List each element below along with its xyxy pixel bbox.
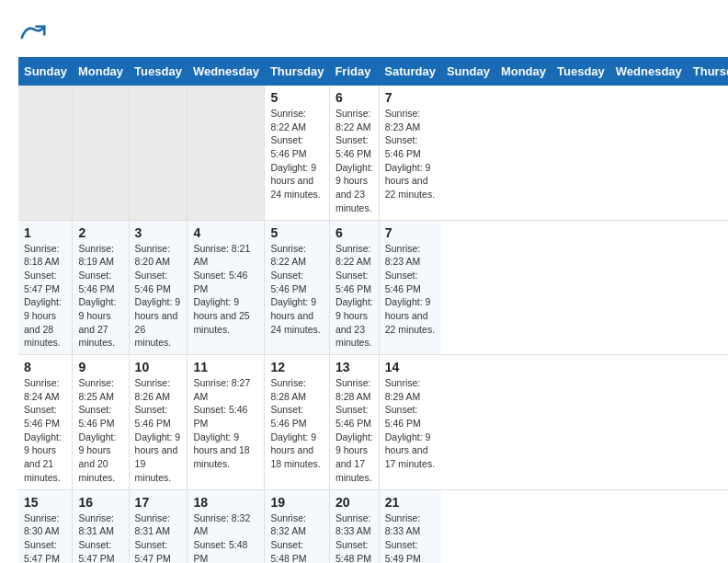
day-info: Sunrise: 8:20 AMSunset: 5:46 PMDaylight:…	[135, 242, 182, 350]
day-cell: 6Sunrise: 8:22 AMSunset: 5:46 PMDaylight…	[329, 86, 379, 220]
day-info: Sunrise: 8:29 AMSunset: 5:46 PMDaylight:…	[385, 376, 436, 471]
day-info: Sunrise: 8:25 AMSunset: 5:46 PMDaylight:…	[78, 376, 122, 485]
day-number: 13	[336, 360, 373, 374]
day-cell: 3Sunrise: 8:20 AMSunset: 5:46 PMDaylight…	[129, 220, 188, 355]
day-cell: 8Sunrise: 8:24 AMSunset: 5:46 PMDaylight…	[18, 355, 73, 490]
day-info: Sunrise: 8:24 AMSunset: 5:46 PMDaylight:…	[24, 376, 66, 485]
day-info: Sunrise: 8:22 AMSunset: 5:46 PMDaylight:…	[336, 107, 373, 215]
header-row: SundayMondayTuesdayWednesdayThursdayFrid…	[18, 57, 728, 86]
day-number: 16	[78, 495, 122, 510]
day-cell: 10Sunrise: 8:26 AMSunset: 5:46 PMDayligh…	[129, 355, 188, 490]
day-info: Sunrise: 8:32 AMSunset: 5:48 PMDaylight:…	[193, 511, 258, 564]
day-cell: 20Sunrise: 8:33 AMSunset: 5:48 PMDayligh…	[329, 489, 379, 563]
day-cell: 21Sunrise: 8:33 AMSunset: 5:49 PMDayligh…	[379, 489, 441, 563]
col-header-tuesday: Tuesday	[552, 57, 610, 86]
logo	[18, 18, 46, 48]
day-info: Sunrise: 8:28 AMSunset: 5:46 PMDaylight:…	[270, 376, 324, 471]
day-cell: 12Sunrise: 8:28 AMSunset: 5:46 PMDayligh…	[265, 355, 330, 490]
day-info: Sunrise: 8:31 AMSunset: 5:47 PMDaylight:…	[78, 511, 122, 564]
day-cell: 11Sunrise: 8:27 AMSunset: 5:46 PMDayligh…	[188, 355, 265, 490]
col-header-friday: Friday	[329, 57, 379, 86]
day-cell: 13Sunrise: 8:28 AMSunset: 5:46 PMDayligh…	[329, 355, 379, 490]
col-header-tuesday: Tuesday	[129, 57, 188, 86]
day-info: Sunrise: 8:30 AMSunset: 5:47 PMDaylight:…	[24, 511, 66, 564]
day-cell: 19Sunrise: 8:32 AMSunset: 5:48 PMDayligh…	[265, 489, 330, 563]
week-row-2: 1Sunrise: 8:18 AMSunset: 5:47 PMDaylight…	[18, 220, 728, 355]
col-header-monday: Monday	[73, 57, 129, 86]
day-info: Sunrise: 8:26 AMSunset: 5:46 PMDaylight:…	[135, 376, 182, 485]
day-cell: 16Sunrise: 8:31 AMSunset: 5:47 PMDayligh…	[73, 489, 129, 563]
col-header-thursday: Thursday	[688, 57, 728, 86]
day-info: Sunrise: 8:32 AMSunset: 5:48 PMDaylight:…	[270, 511, 324, 564]
day-info: Sunrise: 8:18 AMSunset: 5:47 PMDaylight:…	[24, 242, 66, 350]
day-number: 8	[24, 360, 66, 374]
day-info: Sunrise: 8:21 AMSunset: 5:46 PMDaylight:…	[193, 242, 258, 337]
day-number: 1	[24, 225, 66, 240]
day-number: 3	[135, 225, 182, 240]
page-header	[18, 18, 710, 48]
day-number: 4	[193, 225, 258, 240]
day-number: 21	[385, 495, 436, 510]
day-number: 17	[135, 495, 182, 510]
day-cell	[129, 86, 188, 220]
day-number: 18	[193, 495, 258, 510]
day-info: Sunrise: 8:22 AMSunset: 5:46 PMDaylight:…	[336, 242, 373, 350]
day-cell: 7Sunrise: 8:23 AMSunset: 5:46 PMDaylight…	[379, 86, 441, 220]
day-cell: 5Sunrise: 8:22 AMSunset: 5:46 PMDaylight…	[265, 220, 330, 355]
day-number: 10	[135, 360, 182, 374]
day-info: Sunrise: 8:23 AMSunset: 5:46 PMDaylight:…	[385, 107, 436, 201]
day-cell	[18, 86, 73, 220]
day-number: 6	[336, 225, 373, 240]
day-info: Sunrise: 8:22 AMSunset: 5:46 PMDaylight:…	[270, 242, 324, 337]
col-header-saturday: Saturday	[379, 57, 441, 86]
day-number: 7	[385, 90, 436, 105]
col-header-sunday: Sunday	[18, 57, 73, 86]
day-number: 9	[78, 360, 122, 374]
day-info: Sunrise: 8:33 AMSunset: 5:49 PMDaylight:…	[385, 511, 436, 564]
day-number: 7	[385, 225, 436, 240]
day-number: 6	[336, 90, 373, 105]
col-header-sunday: Sunday	[441, 57, 495, 86]
day-info: Sunrise: 8:22 AMSunset: 5:46 PMDaylight:…	[270, 107, 324, 201]
day-info: Sunrise: 8:23 AMSunset: 5:46 PMDaylight:…	[385, 242, 436, 337]
day-info: Sunrise: 8:19 AMSunset: 5:46 PMDaylight:…	[78, 242, 122, 350]
day-cell: 9Sunrise: 8:25 AMSunset: 5:46 PMDaylight…	[73, 355, 129, 490]
day-number: 14	[385, 360, 436, 374]
day-number: 12	[270, 360, 324, 374]
day-cell: 14Sunrise: 8:29 AMSunset: 5:46 PMDayligh…	[379, 355, 441, 490]
logo-icon	[20, 18, 46, 44]
col-header-thursday: Thursday	[265, 57, 330, 86]
day-number: 11	[193, 360, 258, 374]
day-cell: 5Sunrise: 8:22 AMSunset: 5:46 PMDaylight…	[265, 86, 330, 220]
week-row-3: 8Sunrise: 8:24 AMSunset: 5:46 PMDaylight…	[18, 355, 728, 490]
col-header-wednesday: Wednesday	[610, 57, 688, 86]
calendar-table: SundayMondayTuesdayWednesdayThursdayFrid…	[18, 57, 728, 563]
day-cell: 2Sunrise: 8:19 AMSunset: 5:46 PMDaylight…	[73, 220, 129, 355]
week-row-1: 5Sunrise: 8:22 AMSunset: 5:46 PMDaylight…	[18, 86, 728, 220]
day-number: 15	[24, 495, 66, 510]
day-number: 20	[336, 495, 373, 510]
day-cell	[73, 86, 129, 220]
day-cell: 1Sunrise: 8:18 AMSunset: 5:47 PMDaylight…	[18, 220, 73, 355]
day-cell	[188, 86, 265, 220]
day-cell: 15Sunrise: 8:30 AMSunset: 5:47 PMDayligh…	[18, 489, 73, 563]
day-cell: 6Sunrise: 8:22 AMSunset: 5:46 PMDaylight…	[329, 220, 379, 355]
day-number: 5	[270, 225, 324, 240]
day-info: Sunrise: 8:31 AMSunset: 5:47 PMDaylight:…	[135, 511, 182, 564]
day-info: Sunrise: 8:33 AMSunset: 5:48 PMDaylight:…	[336, 511, 373, 564]
day-info: Sunrise: 8:28 AMSunset: 5:46 PMDaylight:…	[336, 376, 373, 485]
week-row-4: 15Sunrise: 8:30 AMSunset: 5:47 PMDayligh…	[18, 489, 728, 563]
day-cell: 4Sunrise: 8:21 AMSunset: 5:46 PMDaylight…	[188, 220, 265, 355]
day-number: 19	[270, 495, 324, 510]
day-cell: 7Sunrise: 8:23 AMSunset: 5:46 PMDaylight…	[379, 220, 441, 355]
day-number: 5	[270, 90, 324, 105]
col-header-monday: Monday	[495, 57, 552, 86]
day-cell: 18Sunrise: 8:32 AMSunset: 5:48 PMDayligh…	[188, 489, 265, 563]
day-number: 2	[78, 225, 122, 240]
day-cell: 17Sunrise: 8:31 AMSunset: 5:47 PMDayligh…	[129, 489, 188, 563]
col-header-wednesday: Wednesday	[188, 57, 265, 86]
day-info: Sunrise: 8:27 AMSunset: 5:46 PMDaylight:…	[193, 376, 258, 471]
